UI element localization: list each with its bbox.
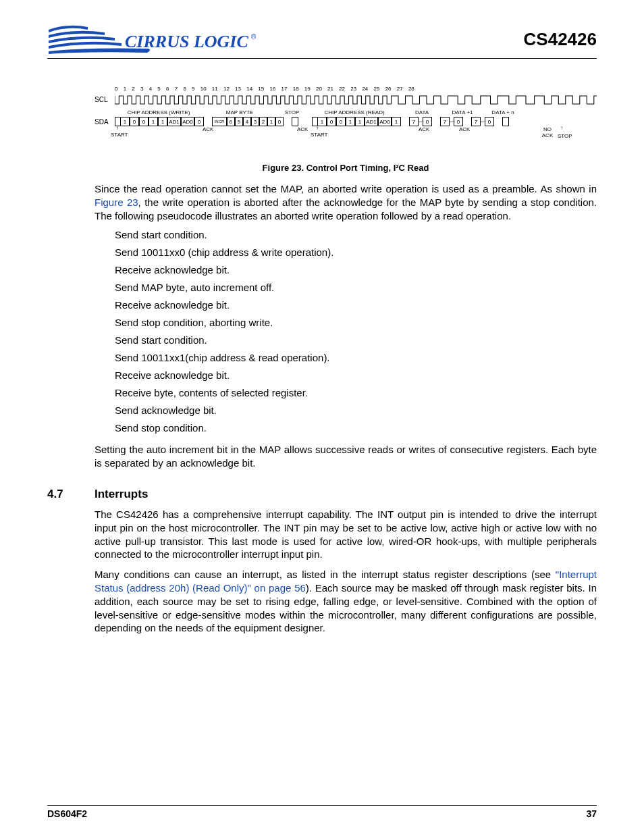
pseudo-step: Send stop condition, aborting write. — [115, 317, 597, 328]
paragraph-autoincrement: Setting the auto increment bit in the MA… — [95, 443, 597, 470]
page-header: CIRRUS LOGIC ® CS42426 — [47, 20, 597, 59]
pseudo-step: Send MAP byte, auto increment off. — [115, 282, 597, 293]
section-number: 4.7 — [47, 488, 95, 501]
scl-label: SCL — [95, 96, 115, 103]
figure-caption: Figure 23. Control Port Timing, I²C Read — [95, 163, 597, 173]
sda-label: SDA — [95, 118, 115, 126]
page-footer: DS604F2 37 — [47, 805, 597, 819]
pseudo-step: Send 10011xx1(chip address & read operat… — [115, 352, 597, 363]
scl-waveform — [115, 93, 597, 105]
paragraph-interrupts-2: Many conditions can cause an interrupt, … — [95, 568, 597, 635]
sda-bit-boxes: 1 0 0 1 1 AD1 AD0 0 INCR 6 5 4 3 2 1 0 — [115, 117, 509, 126]
pseudo-step: Send start condition. — [115, 229, 597, 240]
logo-text: CIRRUS LOGIC — [125, 32, 248, 51]
section-heading: 4.7 Interrupts — [47, 488, 597, 501]
pseudocode-list: Send start condition. Send 10011xx0 (chi… — [115, 229, 597, 434]
svg-text:®: ® — [251, 33, 257, 41]
paragraph-read-preamble: Since the read operation cannot set the … — [95, 182, 597, 222]
pseudo-step: Send stop condition. — [115, 422, 597, 434]
pseudo-step: Send acknowledge bit. — [115, 405, 597, 416]
pseudo-step: Receive acknowledge bit. — [115, 299, 597, 311]
pseudo-step: Send 10011xx0 (chip address & write oper… — [115, 246, 597, 258]
paragraph-interrupts-1: The CS42426 has a comprehensive interrup… — [95, 508, 597, 561]
sda-bottom-labels: START ↑ ACK ACK ↑ START ACK ACK NO ACK ↑… — [115, 126, 597, 141]
section-title: Interrupts — [95, 488, 148, 501]
page-number: 37 — [586, 808, 597, 819]
clock-tick-numbers: 0 1 2 3 4 5 6 7 8 9 10 11 12 13 14 15 16… — [115, 86, 597, 92]
pseudo-step: Receive acknowledge bit. — [115, 264, 597, 276]
company-logo: CIRRUS LOGIC ® — [47, 20, 257, 58]
figure-23-timing-diagram: 0 1 2 3 4 5 6 7 8 9 10 11 12 13 14 15 16… — [95, 86, 597, 173]
link-figure-23[interactable]: Figure 23 — [95, 197, 138, 208]
pseudo-step: Send start condition. — [115, 334, 597, 346]
document-id: DS604F2 — [47, 808, 87, 819]
sda-section-labels: CHIP ADDRESS (WRITE) MAP BYTE STOP CHIP … — [115, 109, 597, 115]
pseudo-step: Receive byte, contents of selected regis… — [115, 387, 597, 398]
part-number: CS42426 — [524, 29, 597, 50]
pseudo-step: Receive acknowledge bit. — [115, 369, 597, 381]
